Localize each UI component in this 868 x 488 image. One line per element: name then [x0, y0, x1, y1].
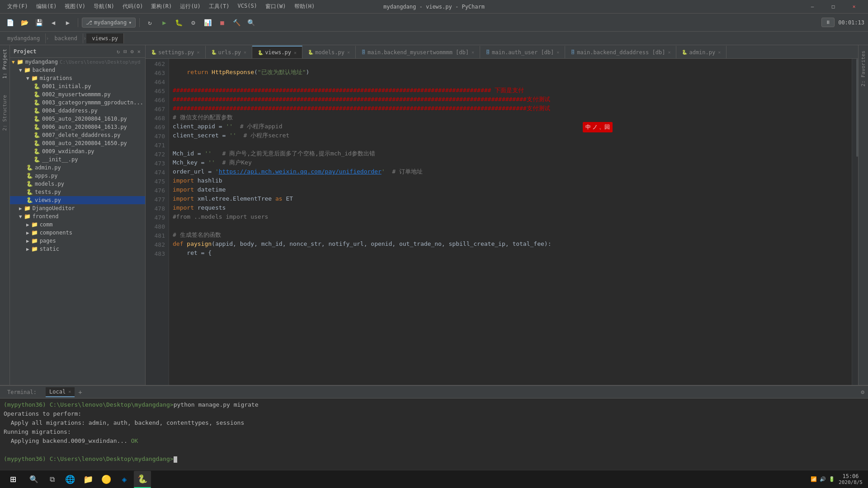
tab-settings[interactable]: 🐍 settings.py ✕	[146, 46, 206, 58]
breadcrumb-backend[interactable]: backend	[49, 33, 83, 43]
tree-0007[interactable]: 🐍 0007_delete_ddaddress.py	[10, 131, 145, 139]
tree-pages[interactable]: ▶ 📁 pages	[10, 237, 145, 245]
minimize-button[interactable]: —	[802, 0, 823, 14]
menu-refactor[interactable]: 重构(R)	[147, 2, 175, 11]
tree-0006[interactable]: 🐍 0006_auto_20200804_1613.py	[10, 123, 145, 131]
start-button[interactable]: ⊞	[2, 471, 24, 488]
tree-views[interactable]: 🐍 views.py	[10, 196, 145, 204]
volume-icon[interactable]: 🔊	[820, 476, 826, 482]
menu-edit[interactable]: 编辑(E)	[33, 2, 61, 11]
close-urls-tab[interactable]: ✕	[244, 50, 246, 55]
tree-0002[interactable]: 🐍 0002_myusertwommmm.py	[10, 90, 145, 99]
maximize-button[interactable]: □	[823, 0, 844, 14]
code-editor[interactable]: 462 463 464 465 466 467 468 469 470 471 …	[146, 59, 858, 385]
search-button[interactable]: 🔍	[245, 16, 257, 29]
terminal-content[interactable]: (mypython36) C:\Users\lenovo\Desktop\myd…	[0, 399, 868, 475]
close-db1-tab[interactable]: ✕	[472, 50, 474, 55]
menu-window[interactable]: 窗口(W)	[262, 2, 290, 11]
chrome-button[interactable]: 🟡	[98, 471, 115, 488]
sync-icon[interactable]: ↻	[116, 47, 121, 56]
save-all-button[interactable]: 💾	[33, 16, 45, 29]
open-button[interactable]: 📂	[18, 16, 31, 29]
tree-components[interactable]: ▶ 📁 components	[10, 229, 145, 237]
tree-0004[interactable]: 🐍 0004_ddaddress.py	[10, 107, 145, 115]
tree-init[interactable]: 🐍 __init__.py	[10, 155, 145, 164]
tree-0008[interactable]: 🐍 0008_auto_20200804_1650.py	[10, 139, 145, 147]
settings-icon[interactable]: ⚙	[130, 47, 135, 56]
pause-timer-button[interactable]: ⏸	[821, 18, 835, 27]
breadcrumb-root[interactable]: mydangdang	[2, 33, 46, 43]
tree-0001[interactable]: 🐍 0001_initial.py	[10, 82, 145, 90]
tree-frontend[interactable]: ▼ 📁 frontend	[10, 212, 145, 221]
tab-db2[interactable]: 🗄 main.auth_user [db] ✕	[480, 46, 565, 58]
tab-db3[interactable]: 🗄 main.backend_ddaddress [db] ✕	[565, 46, 676, 58]
tree-admin[interactable]: 🐍 admin.py	[10, 164, 145, 172]
tree-tests[interactable]: 🐍 tests.py	[10, 188, 145, 196]
task-view-button[interactable]: ⧉	[43, 471, 61, 488]
coverage-button[interactable]: 📊	[201, 16, 214, 29]
tree-djangoueditor[interactable]: ▶ 📁 DjangoUeditor	[10, 204, 145, 212]
tree-backend[interactable]: ▼ 📁 backend	[10, 66, 145, 74]
tree-static[interactable]: ▶ 📁 static	[10, 245, 145, 253]
tab-urls[interactable]: 🐍 urls.py ✕	[206, 46, 253, 58]
search-taskbar-button[interactable]: 🔍	[25, 471, 42, 488]
battery-icon[interactable]: 🔋	[829, 476, 835, 482]
file-explorer-button[interactable]: 📁	[80, 471, 97, 488]
close-settings-tab[interactable]: ✕	[197, 50, 199, 55]
menu-run[interactable]: 运行(U)	[176, 2, 204, 11]
close-panel-icon[interactable]: ✕	[137, 47, 142, 56]
tree-0005[interactable]: 🐍 0005_auto_20200804_1610.py	[10, 115, 145, 123]
close-db2-tab[interactable]: ✕	[557, 50, 559, 55]
run-button[interactable]: ▶	[158, 16, 170, 29]
tree-comm[interactable]: ▶ 📁 comm	[10, 221, 145, 229]
close-button[interactable]: ✕	[844, 0, 864, 14]
timer-display: 00:01:13	[838, 19, 864, 26]
tree-models[interactable]: 🐍 models.py	[10, 180, 145, 188]
menu-navigate[interactable]: 导航(N)	[90, 2, 118, 11]
branch-selector[interactable]: ⎇ mydangdang ▾	[82, 18, 136, 28]
new-file-button[interactable]: 📄	[4, 16, 16, 29]
close-admin-tab[interactable]: ✕	[718, 50, 721, 55]
code-content[interactable]: return HttpResponse("已改为默认地址") #########…	[169, 59, 852, 385]
clock[interactable]: 15:06 2020/8/5	[839, 473, 863, 485]
tab-admin[interactable]: 🐍 admin.py ✕	[676, 46, 726, 58]
add-terminal-button[interactable]: +	[76, 389, 84, 396]
stop-button[interactable]: ■	[216, 16, 228, 29]
run-config-button[interactable]: ⚙	[187, 16, 199, 29]
pycharm-active[interactable]: 🐍	[134, 471, 151, 488]
menu-tools[interactable]: 工具(T)	[205, 2, 233, 11]
edge-button[interactable]: 🌐	[61, 471, 79, 488]
tree-apps[interactable]: 🐍 apps.py	[10, 172, 145, 180]
tab-models[interactable]: 🐍 models.py ✕	[302, 46, 356, 58]
debug-button[interactable]: 🐛	[172, 16, 185, 29]
build-button[interactable]: 🔨	[230, 16, 243, 29]
tab-views[interactable]: 🐍 views.py ✕	[252, 46, 302, 58]
terminal-local-tab[interactable]: Local ✕	[46, 387, 75, 397]
tree-migrations[interactable]: ▼ 📁 migrations	[10, 74, 145, 82]
forward-button[interactable]: ▶	[61, 16, 74, 29]
terminal-settings-icon[interactable]: ⚙	[861, 389, 864, 395]
menu-vcs[interactable]: VCS(S)	[234, 2, 261, 11]
menu-help[interactable]: 帮助(H)	[291, 2, 319, 11]
tree-0009[interactable]: 🐍 0009_wxdindan.py	[10, 147, 145, 155]
tree-0003[interactable]: 🐍 0003_gcategorymmmm_gproductn...	[10, 99, 145, 107]
sync-button[interactable]: ↻	[143, 16, 156, 29]
collapse-icon[interactable]: ⊟	[123, 47, 127, 56]
menu-code[interactable]: 代码(O)	[119, 2, 147, 11]
close-db3-tab[interactable]: ✕	[668, 50, 670, 55]
breadcrumb-file[interactable]: views.py	[86, 33, 124, 43]
tab-db1[interactable]: 🗄 main.backend_myusertwommmm [db] ✕	[356, 46, 480, 58]
structure-panel-tab[interactable]: 2: Structure	[0, 91, 9, 134]
menu-file[interactable]: 文件(F)	[4, 2, 32, 11]
network-icon[interactable]: 📶	[811, 476, 817, 482]
close-local-tab[interactable]: ✕	[68, 389, 71, 394]
back-button[interactable]: ◀	[47, 16, 60, 29]
menu-view[interactable]: 视图(V)	[61, 2, 89, 11]
project-tab[interactable]: 1: Project	[0, 45, 9, 82]
close-views-tab[interactable]: ✕	[294, 50, 297, 55]
close-models-tab[interactable]: ✕	[347, 50, 350, 55]
scroll-indicator[interactable]	[852, 59, 858, 385]
vscode-button[interactable]: ◈	[116, 471, 133, 488]
tree-root[interactable]: ▼ 📁 mydangdang C:\Users\lenovo\Desktop\m…	[10, 58, 145, 66]
favorites-tab[interactable]: 2: Favorites	[859, 47, 868, 90]
